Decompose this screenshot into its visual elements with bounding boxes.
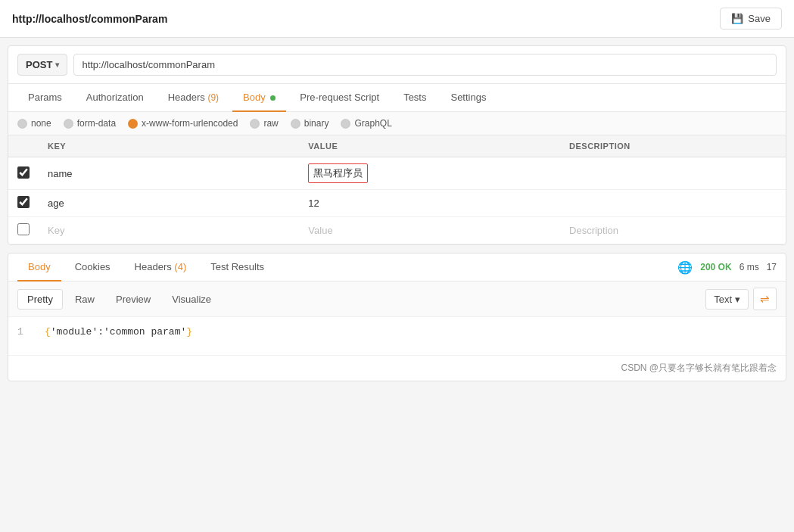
radio-binary-circle	[291, 119, 300, 129]
response-section: Body Cookies Headers (4) Test Results 🌐 …	[8, 253, 786, 381]
radio-form-data[interactable]: form-data	[64, 118, 116, 129]
text-format-select[interactable]: Text ▾	[705, 289, 749, 310]
format-select-group: Text ▾ ⇌	[705, 288, 777, 310]
response-tabs-left: Body Cookies Headers (4) Test Results	[17, 254, 275, 281]
fmt-tab-preview[interactable]: Preview	[107, 290, 160, 309]
tab-params[interactable]: Params	[17, 84, 73, 112]
row1-description[interactable]	[560, 157, 786, 190]
th-key: KEY	[39, 135, 299, 157]
table-row: Key Value Description	[8, 217, 786, 244]
radio-graphql[interactable]: GraphQL	[341, 118, 391, 129]
wrap-lines-button[interactable]: ⇌	[753, 288, 777, 310]
radio-urlencoded-circle	[128, 119, 138, 129]
method-select[interactable]: POST ▾	[17, 54, 67, 76]
globe-icon: 🌐	[677, 260, 693, 275]
response-tab-test-results[interactable]: Test Results	[200, 254, 275, 282]
response-status-bar: 🌐 200 OK 6 ms 17	[677, 260, 777, 275]
radio-form-data-circle	[64, 119, 73, 129]
headers-badge: (9)	[207, 92, 219, 103]
response-tab-cookies[interactable]: Cookies	[64, 254, 121, 282]
row2-value[interactable]: 12	[299, 190, 560, 217]
tab-headers[interactable]: Headers (9)	[157, 84, 229, 112]
th-description: DESCRIPTION	[560, 135, 786, 157]
body-type-bar: none form-data x-www-form-urlencoded raw…	[8, 112, 786, 135]
response-tabs-bar: Body Cookies Headers (4) Test Results 🌐 …	[8, 254, 786, 282]
table-row: age 12	[8, 190, 786, 217]
row2-checkbox-cell	[8, 190, 39, 217]
row3-description-placeholder[interactable]: Description	[560, 217, 786, 244]
radio-raw[interactable]: raw	[250, 118, 278, 129]
radio-none-circle	[17, 119, 27, 129]
response-footer: CSDN @只要名字够长就有笔比跟着念	[8, 355, 786, 381]
fmt-tab-pretty[interactable]: Pretty	[17, 289, 63, 310]
table-row: name 黑马程序员	[8, 157, 786, 190]
radio-graphql-circle	[341, 119, 350, 129]
row3-value-placeholder[interactable]: Value	[299, 217, 560, 244]
radio-none[interactable]: none	[17, 118, 51, 129]
th-value: VALUE	[299, 135, 560, 157]
tab-settings[interactable]: Settings	[440, 84, 497, 112]
row3-checkbox[interactable]	[17, 223, 30, 235]
url-bar: POST ▾	[8, 46, 786, 84]
response-tab-headers[interactable]: Headers (4)	[124, 254, 198, 282]
line-number: 1	[17, 326, 33, 346]
tab-tests[interactable]: Tests	[393, 84, 437, 112]
row1-checkbox[interactable]	[17, 166, 30, 179]
row1-value[interactable]: 黑马程序员	[299, 157, 560, 190]
url-input[interactable]	[73, 54, 777, 76]
code-text: 'module':'common param'	[51, 326, 186, 338]
th-checkbox	[8, 135, 39, 157]
top-bar: http://localhost/commonParam 💾 Save	[0, 0, 794, 38]
row1-key[interactable]: name	[39, 157, 299, 190]
code-content: {'module':'common param'}	[45, 326, 192, 346]
row1-value-highlighted: 黑马程序员	[308, 163, 368, 183]
response-tab-body[interactable]: Body	[17, 254, 61, 282]
row2-checkbox[interactable]	[17, 196, 30, 208]
resp-headers-badge: (4)	[174, 261, 186, 272]
radio-binary[interactable]: binary	[291, 118, 329, 129]
tab-pre-request[interactable]: Pre-request Script	[289, 84, 390, 112]
top-url: http://localhost/commonParam	[12, 13, 167, 25]
footer-text: CSDN @只要名字够长就有笔比跟着念	[621, 362, 777, 373]
row3-checkbox-cell	[8, 217, 39, 244]
radio-raw-circle	[250, 119, 260, 129]
body-active-dot	[270, 95, 276, 101]
request-section: POST ▾ Params Authorization Headers (9) …	[8, 45, 786, 245]
response-format-bar: Pretty Raw Preview Visualize Text ▾ ⇌	[8, 282, 786, 317]
save-icon: 💾	[731, 13, 743, 24]
fmt-tab-raw[interactable]: Raw	[66, 290, 104, 309]
params-table: KEY VALUE DESCRIPTION name 黑马程序员	[8, 135, 786, 244]
chevron-down-icon: ▾	[55, 61, 59, 69]
save-button[interactable]: 💾 Save	[720, 8, 782, 30]
row2-description[interactable]	[560, 190, 786, 217]
row2-key[interactable]: age	[39, 190, 299, 217]
brace-close: }	[186, 326, 192, 338]
fmt-tab-visualize[interactable]: Visualize	[163, 290, 220, 309]
brace-open: {	[45, 326, 51, 338]
radio-urlencoded[interactable]: x-www-form-urlencoded	[128, 118, 238, 129]
status-code: 200 OK	[700, 262, 731, 272]
status-time: 6 ms	[740, 262, 759, 272]
tab-body[interactable]: Body	[232, 84, 286, 112]
chevron-down-icon: ▾	[735, 294, 740, 305]
request-tabs-nav: Params Authorization Headers (9) Body Pr…	[8, 84, 786, 112]
method-label: POST	[26, 59, 52, 70]
status-size: 17	[767, 262, 777, 272]
tab-authorization[interactable]: Authorization	[76, 84, 154, 112]
code-output-area: 1 {'module':'common param'}	[8, 317, 786, 355]
row1-checkbox-cell	[8, 157, 39, 190]
row3-key-placeholder[interactable]: Key	[39, 217, 299, 244]
